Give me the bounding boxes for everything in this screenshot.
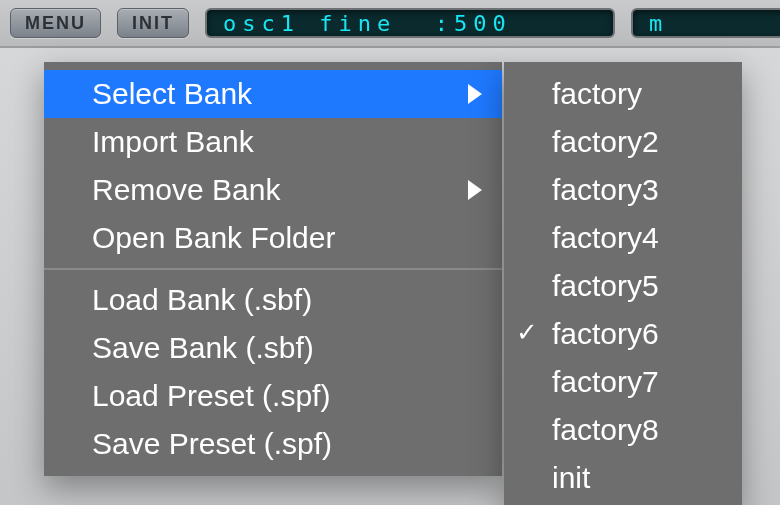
menu-item[interactable]: Import Bank [44,118,502,166]
select-bank-submenu: factoryfactory2factory3factory4factory5✓… [504,62,742,510]
menu-item-label: Open Bank Folder [92,221,482,255]
submenu-item[interactable]: factory2 [504,118,742,166]
init-button-label: INIT [132,13,174,34]
submenu-item[interactable]: factory4 [504,214,742,262]
menu-item-label: Select Bank [92,77,456,111]
menu-item[interactable]: Load Bank (.sbf) [44,276,502,324]
submenu-item-label: init [552,461,722,495]
submenu-item-label: factory7 [552,365,722,399]
parameter-display: osc1 fine :500 [205,8,615,38]
submenu-item[interactable]: factory8 [504,406,742,454]
submenu-arrow-icon [468,84,482,104]
menu-item[interactable]: Open Bank Folder [44,214,502,262]
menu-item[interactable]: Select Bank [44,70,502,118]
submenu-item[interactable]: factory3 [504,166,742,214]
submenu-item-label: factory2 [552,125,722,159]
menu-item[interactable]: Load Preset (.spf) [44,372,502,420]
crop-edge [0,505,780,519]
submenu-arrow-icon [468,180,482,200]
menu-item-label: Import Bank [92,125,482,159]
menu-item[interactable]: Save Bank (.sbf) [44,324,502,372]
submenu-item[interactable]: ✓factory6 [504,310,742,358]
check-icon: ✓ [516,317,538,348]
menu-item-label: Save Bank (.sbf) [92,331,482,365]
main-menu: Select BankImport BankRemove BankOpen Ba… [44,62,502,476]
submenu-item[interactable]: factory5 [504,262,742,310]
init-button[interactable]: INIT [117,8,189,38]
toolbar: MENU INIT osc1 fine :500 m [0,0,780,48]
menu-item-label: Remove Bank [92,173,456,207]
menu-item-label: Load Preset (.spf) [92,379,482,413]
submenu-item[interactable]: init [504,454,742,502]
submenu-item[interactable]: factory [504,70,742,118]
menu-item-label: Load Bank (.sbf) [92,283,482,317]
parameter-display-right-text: m [649,11,668,36]
submenu-item-label: factory6 [552,317,722,351]
submenu-item-label: factory4 [552,221,722,255]
submenu-item[interactable]: factory7 [504,358,742,406]
parameter-display-text: osc1 fine :500 [223,11,512,36]
menu-button[interactable]: MENU [10,8,101,38]
menu-item-label: Save Preset (.spf) [92,427,482,461]
menu-separator [44,268,502,270]
menu-item[interactable]: Remove Bank [44,166,502,214]
menu-item[interactable]: Save Preset (.spf) [44,420,502,468]
submenu-item-label: factory8 [552,413,722,447]
submenu-item-label: factory3 [552,173,722,207]
parameter-display-right: m [631,8,780,38]
menu-button-label: MENU [25,13,86,34]
submenu-item-label: factory5 [552,269,722,303]
submenu-item-label: factory [552,77,722,111]
